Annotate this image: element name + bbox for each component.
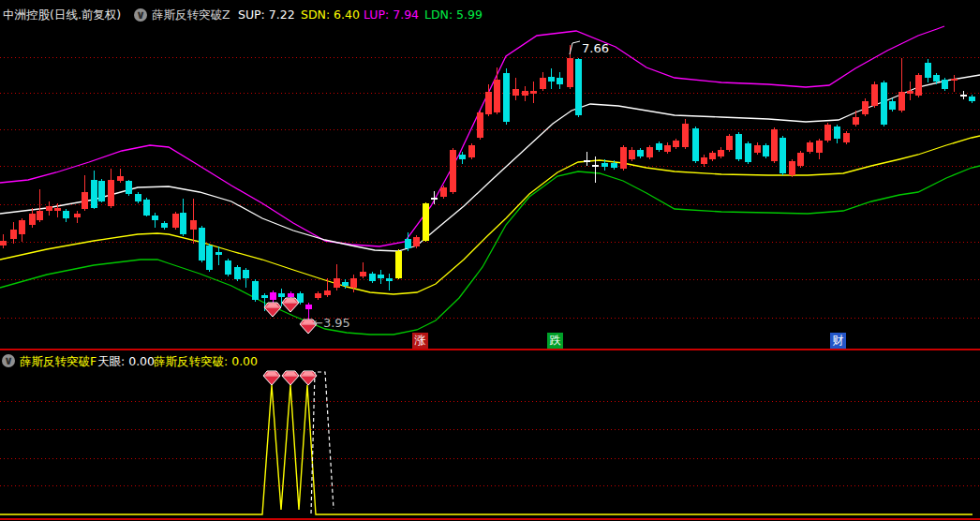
tag-fall[interactable]: 跌 bbox=[547, 333, 563, 349]
candle-body bbox=[673, 141, 679, 147]
candle-body bbox=[172, 214, 179, 228]
candle-body bbox=[270, 292, 276, 300]
low-price-label: ←3.95 bbox=[313, 316, 350, 330]
candle-body bbox=[718, 150, 724, 156]
candle-body bbox=[450, 150, 456, 192]
candle-body bbox=[261, 295, 268, 298]
candle-body bbox=[413, 237, 420, 246]
diamond-signal-icon bbox=[263, 371, 280, 385]
candle-body bbox=[350, 278, 357, 288]
candle-body bbox=[503, 73, 510, 122]
candle-body bbox=[423, 203, 429, 241]
candle-body bbox=[108, 180, 114, 206]
tag-rise[interactable]: 涨 bbox=[412, 333, 428, 349]
candle-body bbox=[915, 75, 922, 96]
candle-body bbox=[342, 282, 349, 286]
candle-body bbox=[656, 143, 662, 150]
candle-body bbox=[575, 59, 582, 115]
candle-body bbox=[360, 272, 366, 276]
candle-body bbox=[780, 138, 786, 173]
chevron-down-icon[interactable]: ∨ bbox=[2, 354, 15, 367]
candle-body bbox=[37, 211, 43, 220]
candle-body bbox=[898, 92, 905, 111]
candle-body bbox=[324, 290, 331, 295]
candle-body bbox=[692, 128, 699, 161]
candle-body bbox=[709, 153, 716, 159]
candle-body bbox=[477, 112, 483, 138]
candle-body bbox=[10, 230, 17, 239]
candle-body bbox=[807, 142, 813, 152]
high-price-label: 7.66 bbox=[582, 41, 609, 55]
main-indicator-name: 薛斯反转突破Z bbox=[152, 7, 230, 23]
candle-body bbox=[530, 91, 537, 94]
diamond-signal-icon bbox=[282, 298, 299, 312]
candle-body bbox=[126, 181, 132, 194]
candle-body bbox=[378, 275, 384, 278]
candle-body bbox=[726, 136, 733, 150]
candle-body bbox=[512, 89, 519, 96]
stock-title: 中洲控股(日线.前复权) bbox=[3, 7, 121, 23]
candle-body bbox=[161, 223, 168, 228]
candle-body bbox=[871, 84, 878, 106]
candle-body bbox=[611, 163, 617, 168]
candle-body bbox=[664, 145, 671, 152]
candle-body bbox=[701, 157, 707, 164]
candle-body bbox=[135, 194, 141, 201]
candle-body bbox=[735, 134, 742, 159]
high-pointer-line bbox=[570, 41, 580, 54]
candle-body bbox=[763, 145, 769, 156]
diamond-signal-icon bbox=[300, 371, 317, 385]
candle-body bbox=[243, 270, 249, 278]
trading-app-window: 7.66←3.95 中洲控股(日线.前复权) ∨ 薛斯反转突破Z SUP: 7.… bbox=[0, 0, 980, 521]
candle-body bbox=[567, 58, 573, 87]
candle-body bbox=[557, 78, 563, 84]
candle-body bbox=[386, 278, 393, 281]
chart-canvas[interactable]: 7.66←3.95 bbox=[0, 0, 980, 521]
candle-body bbox=[468, 145, 475, 157]
candle-body bbox=[91, 180, 97, 208]
indicator-spike-line bbox=[0, 385, 973, 514]
candle-body bbox=[334, 278, 340, 288]
sdn-value: SDN: 6.40 bbox=[301, 7, 360, 22]
green-band bbox=[0, 166, 980, 335]
candle-body bbox=[288, 293, 294, 297]
candle-body bbox=[440, 187, 447, 197]
candle-body bbox=[315, 293, 321, 298]
candle-body bbox=[19, 220, 25, 234]
candle-body bbox=[637, 150, 644, 156]
tag-wealth[interactable]: 财 bbox=[830, 333, 846, 349]
candle-body bbox=[82, 192, 88, 209]
candle-body bbox=[942, 80, 948, 89]
candle-body bbox=[789, 161, 795, 175]
candle-body bbox=[754, 145, 761, 153]
chevron-down-icon[interactable]: ∨ bbox=[134, 8, 147, 22]
candle-body bbox=[843, 133, 850, 142]
candle-body bbox=[584, 160, 590, 162]
candle-body bbox=[797, 153, 804, 166]
candle-body bbox=[494, 80, 500, 112]
candle-body bbox=[234, 267, 241, 279]
candle-body bbox=[862, 101, 869, 114]
candle-body bbox=[548, 77, 555, 82]
candle-body bbox=[834, 127, 840, 139]
candle-body bbox=[646, 147, 653, 157]
candle-body bbox=[540, 78, 546, 89]
candle-body bbox=[369, 274, 376, 281]
candle-body bbox=[745, 143, 751, 162]
candle-body bbox=[925, 63, 931, 78]
candle-body bbox=[206, 246, 213, 270]
candle-body bbox=[152, 216, 158, 220]
sub-indicator-name: 薛斯反转突破F bbox=[20, 354, 97, 370]
candle-body bbox=[63, 211, 69, 218]
candle-body bbox=[816, 141, 823, 153]
candle-body bbox=[252, 281, 259, 300]
candle-body bbox=[853, 117, 859, 125]
diamond-signal-icon bbox=[282, 371, 299, 385]
xuesi-breakout-value: 薛斯反转突破: 0.00 bbox=[154, 354, 258, 370]
candle-body bbox=[522, 91, 528, 96]
candle-body bbox=[215, 252, 222, 255]
candle-body bbox=[629, 150, 635, 159]
candle-body bbox=[459, 155, 466, 159]
candle-body bbox=[199, 228, 205, 260]
candle-body bbox=[225, 260, 231, 275]
